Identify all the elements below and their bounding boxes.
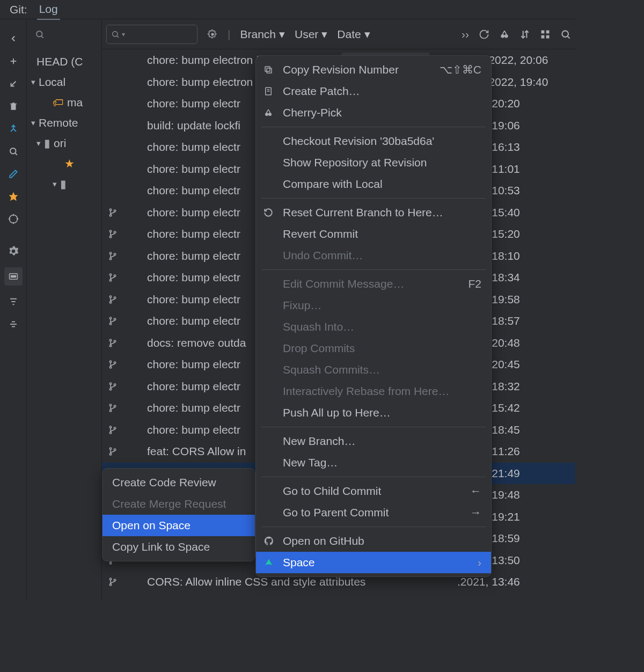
menu-label: Open on Space xyxy=(112,519,191,532)
menu-label: Squash Commits… xyxy=(283,363,380,376)
menu-item[interactable]: Open on Space xyxy=(103,515,255,536)
menu-item[interactable]: Revert Commit xyxy=(256,223,491,245)
gear-icon[interactable] xyxy=(207,29,218,40)
svg-point-63 xyxy=(114,405,115,407)
search-icon[interactable] xyxy=(33,28,46,41)
svg-rect-12 xyxy=(10,275,16,278)
menu-label: Checkout Revision '30ba5d6a' xyxy=(283,135,434,148)
filter-user[interactable]: User▾ xyxy=(295,28,327,41)
menu-label: Reset Current Branch to Here… xyxy=(283,206,443,219)
star-icon[interactable] xyxy=(7,190,20,203)
svg-point-85 xyxy=(109,578,111,580)
filter-branch[interactable]: Branch▾ xyxy=(240,28,285,41)
branch-icon xyxy=(108,577,119,587)
menu-item[interactable]: Cherry-Pick xyxy=(256,102,491,123)
svg-point-25 xyxy=(504,34,508,38)
pencil-icon[interactable] xyxy=(7,167,20,180)
menu-item[interactable]: Go to Child Commit← xyxy=(256,480,491,502)
menu-item: Fixup… xyxy=(256,295,491,316)
merge-icon[interactable] xyxy=(7,122,20,135)
chevron-down-icon: ▾ xyxy=(321,28,327,41)
svg-line-22 xyxy=(117,36,119,38)
menu-item[interactable]: Reset Current Branch to Here… xyxy=(256,202,491,223)
tab-log[interactable]: Log xyxy=(37,0,60,20)
svg-point-62 xyxy=(109,410,111,412)
menu-item[interactable]: Copy Link to Space xyxy=(103,536,255,558)
target-icon[interactable] xyxy=(7,213,20,225)
tree-branch-master[interactable]: 🏷ma xyxy=(27,92,101,113)
svg-point-67 xyxy=(109,448,111,449)
svg-point-42 xyxy=(114,253,115,255)
patch-icon xyxy=(264,86,275,96)
menu-item[interactable]: Checkout Revision '30ba5d6a' xyxy=(256,130,491,152)
menu-item[interactable]: Push All up to Here… xyxy=(256,402,491,423)
cherry-pick-icon[interactable] xyxy=(499,29,510,40)
menu-item[interactable]: Create Patch… xyxy=(256,81,491,102)
back-icon[interactable] xyxy=(7,32,20,45)
tree-label: Remote xyxy=(39,116,78,129)
gear-icon[interactable] xyxy=(7,245,20,258)
branch-icon xyxy=(108,360,119,369)
menu-tail: › xyxy=(478,556,481,569)
grid-icon[interactable] xyxy=(540,29,551,40)
menu-label: Compare with Local xyxy=(283,178,383,191)
chevron-down-icon: ▾ xyxy=(36,138,41,148)
svg-point-43 xyxy=(109,274,111,275)
svg-point-32 xyxy=(562,31,568,37)
svg-rect-28 xyxy=(541,30,545,33)
tree-remote-origin[interactable]: ▾▮ori xyxy=(27,133,101,154)
svg-point-36 xyxy=(114,210,115,211)
menu-item: Squash Commits… xyxy=(256,359,491,381)
tree-folder[interactable]: ▾▮ xyxy=(27,174,101,194)
svg-point-46 xyxy=(109,296,111,297)
svg-point-40 xyxy=(109,252,111,254)
trash-icon[interactable] xyxy=(7,100,20,113)
tree-head[interactable]: HEAD (C xyxy=(27,52,101,72)
menu-item[interactable]: Compare with Local xyxy=(256,173,491,195)
svg-point-69 xyxy=(114,449,115,450)
tree-label: HEAD (C xyxy=(36,55,83,68)
menu-item[interactable]: Go to Parent Commit→ xyxy=(256,502,491,523)
sort-icon[interactable] xyxy=(519,29,530,40)
branch-icon xyxy=(108,316,119,326)
menu-item[interactable]: New Tag… xyxy=(256,452,491,473)
menu-label: New Tag… xyxy=(283,456,338,469)
folder-icon: ▮ xyxy=(60,178,67,191)
plus-icon[interactable] xyxy=(7,55,20,68)
menu-label: Show Repository at Revision xyxy=(283,156,427,169)
tree-star-item[interactable]: ★ xyxy=(27,154,101,174)
svg-point-59 xyxy=(109,388,111,390)
arrow-down-left-icon[interactable] xyxy=(7,77,20,90)
undo-icon xyxy=(264,208,275,217)
menu-item[interactable]: Copy Revision Number⌥⇧⌘C xyxy=(256,59,491,81)
search-icon[interactable] xyxy=(560,29,571,40)
svg-point-60 xyxy=(114,384,115,385)
refresh-icon[interactable] xyxy=(479,29,489,40)
svg-line-20 xyxy=(41,36,43,38)
tree-remote[interactable]: ▾Remote xyxy=(27,113,101,133)
search-icon[interactable] xyxy=(7,145,20,158)
menu-item[interactable]: Open on GitHub xyxy=(256,530,491,552)
log-search-input[interactable]: ▾ xyxy=(106,25,197,44)
branch-icon xyxy=(108,447,119,456)
more-icon[interactable]: ›› xyxy=(462,28,469,41)
menu-item[interactable]: Show Repository at Revision xyxy=(256,152,491,173)
filter-date[interactable]: Date▾ xyxy=(337,28,370,41)
svg-rect-29 xyxy=(546,30,550,33)
align-center-icon[interactable] xyxy=(7,318,20,331)
chevron-down-icon: ▾ xyxy=(31,77,35,87)
svg-point-83 xyxy=(109,562,111,564)
svg-point-68 xyxy=(109,454,111,455)
svg-point-52 xyxy=(109,339,111,341)
menu-item[interactable]: New Branch… xyxy=(256,430,491,452)
svg-point-87 xyxy=(114,579,115,581)
menu-item[interactable]: Space› xyxy=(256,552,491,573)
svg-point-61 xyxy=(109,404,111,406)
tree-local[interactable]: ▾Local xyxy=(27,72,101,92)
details-toggle-icon[interactable] xyxy=(4,267,23,286)
svg-point-24 xyxy=(501,34,504,38)
commit-context-menu: Copy Revision Number⌥⇧⌘CCreate Patch…Che… xyxy=(255,55,492,577)
menu-shortcut: ⌥⇧⌘C xyxy=(440,63,481,76)
align-top-icon[interactable] xyxy=(7,295,20,308)
menu-item[interactable]: Create Code Review xyxy=(103,472,255,493)
